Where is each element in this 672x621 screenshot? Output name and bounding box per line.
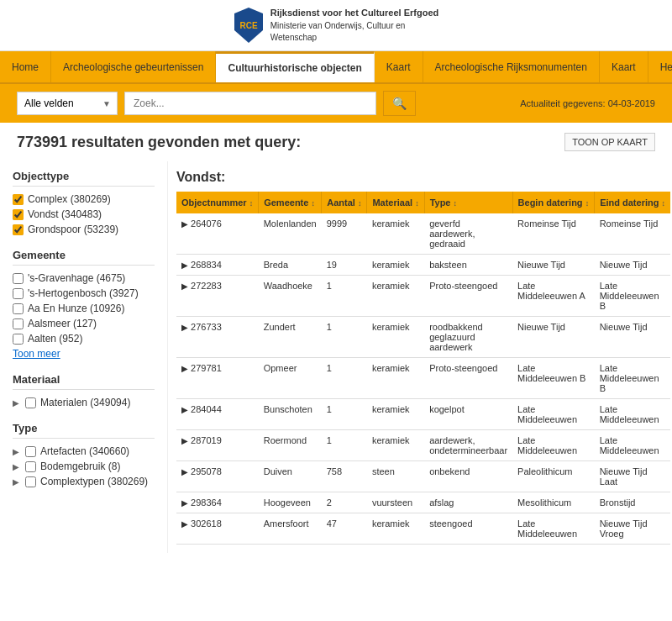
table-row[interactable]: ▶ 302618 Amersfoort 47 keramiek steengoe… — [176, 513, 670, 545]
cell-objectnummer: ▶ 287019 — [176, 430, 259, 461]
search-button[interactable]: 🔍 — [383, 91, 416, 116]
cell-eind-datering: Nieuwe Tijd — [595, 317, 670, 358]
cell-materiaal: keramiek — [367, 399, 424, 430]
row-expand-icon[interactable]: ▶ — [181, 467, 188, 476]
label-bodemgebruik[interactable]: Bodemgebruik (8) — [40, 460, 120, 472]
checkbox-artefacten[interactable] — [25, 446, 36, 457]
sidebar-item-materialen: ▶ Materialen (349094) — [13, 397, 155, 408]
cell-objectnummer: ▶ 302618 — [176, 513, 259, 545]
expand-bodemgebruik-icon[interactable]: ▶ — [13, 462, 19, 471]
cell-aantal: 19 — [322, 255, 367, 276]
toon-meer-gemeente[interactable]: Toon meer — [13, 348, 155, 360]
checkbox-grondspoor[interactable] — [13, 224, 24, 235]
nav-arche-geb[interactable]: Archeologische gebeurtenissen — [51, 51, 216, 82]
table-row[interactable]: ▶ 295078 Duiven 758 steen onbekend Paleo… — [176, 461, 670, 492]
label-aalten[interactable]: Aalten (952) — [28, 333, 82, 345]
label-vondst[interactable]: Vondst (340483) — [28, 208, 102, 220]
cell-gemeente: Amersfoort — [259, 513, 322, 545]
nav-kaart2[interactable]: Kaart — [600, 51, 648, 82]
sort-objectnummer-icon: ↕ — [249, 199, 254, 208]
cell-begin-datering: Paleolithicum — [512, 461, 595, 492]
cell-objectnummer: ▶ 272283 — [176, 276, 259, 317]
cell-eind-datering: Nieuwe Tijd — [595, 255, 670, 276]
table-row[interactable]: ▶ 284044 Bunschoten 1 keramiek kogelpot … — [176, 399, 670, 430]
col-gemeente[interactable]: Gemeente ↕ — [259, 192, 322, 213]
sort-type-icon: ↕ — [454, 199, 458, 208]
expand-complextypen-icon[interactable]: ▶ — [13, 477, 19, 487]
col-aantal[interactable]: Aantal ↕ — [322, 192, 367, 213]
label-grondspoor[interactable]: Grondspoor (53239) — [28, 224, 118, 235]
col-materiaal[interactable]: Materiaal ↕ — [367, 192, 424, 213]
sidebar-item-grondspoor: Grondspoor (53239) — [13, 224, 155, 235]
row-expand-icon[interactable]: ▶ — [181, 282, 188, 291]
checkbox-aalsmeer[interactable] — [13, 318, 24, 329]
cell-begin-datering: Nieuwe Tijd — [512, 255, 595, 276]
nav-kaart1[interactable]: Kaart — [375, 51, 423, 82]
label-aalsmeer[interactable]: Aalsmeer (127) — [28, 318, 97, 329]
sidebar: Objecttype Complex (380269) Vondst (3404… — [0, 161, 168, 553]
table-row[interactable]: ▶ 272283 Waadhoeke 1 keramiek Proto-stee… — [176, 276, 670, 317]
checkbox-complex[interactable] — [13, 194, 24, 205]
table-row[interactable]: ▶ 287019 Roermond 1 keramiek aardewerk, … — [176, 430, 670, 461]
sort-gemeente-icon: ↕ — [311, 199, 315, 208]
checkbox-vondst[interactable] — [13, 209, 24, 220]
row-expand-icon[interactable]: ▶ — [181, 323, 188, 332]
checkbox-aalten[interactable] — [13, 334, 24, 345]
table-row[interactable]: ▶ 279781 Opmeer 1 keramiek Proto-steengo… — [176, 358, 670, 399]
row-expand-icon[interactable]: ▶ — [181, 519, 188, 529]
row-expand-icon[interactable]: ▶ — [181, 364, 188, 373]
row-expand-icon[interactable]: ▶ — [181, 436, 188, 445]
cell-gemeente: Roermond — [259, 430, 322, 461]
nav-home[interactable]: Home — [0, 51, 51, 82]
checkbox-hertogenbosch[interactable] — [13, 288, 24, 299]
table-row[interactable]: ▶ 268834 Breda 19 keramiek baksteen Nieu… — [176, 255, 670, 276]
sidebar-item-artefacten: ▶ Artefacten (340660) — [13, 445, 155, 457]
rce-logo-icon: RCE — [234, 7, 264, 44]
expand-materialen-icon[interactable]: ▶ — [13, 398, 19, 408]
row-expand-icon[interactable]: ▶ — [181, 219, 188, 229]
table-row[interactable]: ▶ 298364 Hoogeveen 2 vuursteen afslag Me… — [176, 492, 670, 513]
label-gravenhage[interactable]: 's-Gravenhage (4675) — [28, 272, 125, 284]
row-expand-icon[interactable]: ▶ — [181, 405, 188, 414]
checkbox-complextypen[interactable] — [25, 476, 36, 487]
results-header: 773991 resultaten gevonden met query: TO… — [0, 123, 672, 161]
col-type[interactable]: Type ↕ — [424, 192, 512, 213]
checkbox-bodemgebruik[interactable] — [25, 461, 36, 472]
row-expand-icon[interactable]: ▶ — [181, 498, 188, 508]
col-begin-datering[interactable]: Begin datering ↕ — [512, 192, 595, 213]
cell-aantal: 1 — [322, 430, 367, 461]
table-body: ▶ 264076 Molenlanden 9999 keramiek gever… — [176, 213, 670, 545]
nav-arche-rijk[interactable]: Archeologische Rijksmonumenten — [423, 51, 600, 82]
cell-eind-datering: Bronstijd — [595, 492, 670, 513]
table-row[interactable]: ▶ 276733 Zundert 1 keramiek roodbakkend … — [176, 317, 670, 358]
table-row[interactable]: ▶ 264076 Molenlanden 9999 keramiek gever… — [176, 213, 670, 255]
col-objectnummer[interactable]: Objectnummer ↕ — [176, 192, 259, 213]
label-hertogenbosch[interactable]: 's-Hertogenbosch (3927) — [28, 287, 139, 299]
col-eind-datering[interactable]: Eind datering ↕ — [595, 192, 670, 213]
search-input[interactable] — [124, 92, 376, 115]
nav-help[interactable]: Help — [648, 51, 672, 82]
nav-cult-obj[interactable]: Cultuurhistorische objecten — [216, 51, 374, 82]
label-complextypen[interactable]: Complextypen (380269) — [40, 476, 148, 487]
label-artefacten[interactable]: Artefacten (340660) — [40, 445, 129, 457]
cell-aantal: 47 — [322, 513, 367, 545]
field-select[interactable]: Alle velden Objectnummer Gemeente Materi… — [17, 92, 118, 115]
label-aahunze[interactable]: Aa En Hunze (10926) — [28, 303, 124, 314]
cell-aantal: 1 — [322, 399, 367, 430]
cell-type: aardewerk, ondetermineerbaar — [424, 430, 512, 461]
sidebar-section-objecttype: Objecttype Complex (380269) Vondst (3404… — [13, 170, 155, 235]
checkbox-gravenhage[interactable] — [13, 273, 24, 284]
label-materialen[interactable]: Materialen (349094) — [40, 397, 130, 408]
toon-op-kaart-button[interactable]: TOON OP KAART — [564, 133, 655, 151]
cell-gemeente: Opmeer — [259, 358, 322, 399]
row-expand-icon[interactable]: ▶ — [181, 261, 188, 270]
checkbox-aahunze[interactable] — [13, 303, 24, 314]
expand-artefacten-icon[interactable]: ▶ — [13, 447, 19, 456]
sidebar-title-materiaal: Materiaal — [13, 373, 155, 390]
cell-objectnummer: ▶ 284044 — [176, 399, 259, 430]
main-nav: Home Archeologische gebeurtenissen Cultu… — [0, 51, 672, 84]
label-complex[interactable]: Complex (380269) — [28, 193, 111, 205]
checkbox-materialen[interactable] — [25, 397, 36, 408]
cell-objectnummer: ▶ 298364 — [176, 492, 259, 513]
cell-gemeente: Zundert — [259, 317, 322, 358]
